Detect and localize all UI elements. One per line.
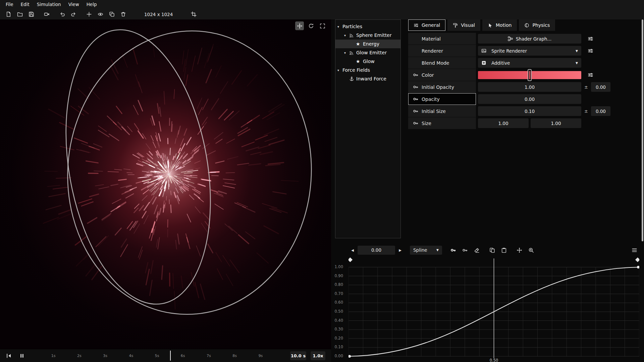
erase-keys-button[interactable] <box>472 246 481 254</box>
menu-item-view[interactable]: View <box>65 0 83 9</box>
key-icon[interactable] <box>413 84 419 90</box>
size-y-input[interactable] <box>531 118 581 128</box>
paste-curve-button[interactable] <box>499 246 508 254</box>
pan-tool-button[interactable] <box>295 21 304 30</box>
timeline-bar[interactable]: 10.0 s 1.0x 1s2s3s4s5s6s7s8s9s <box>0 349 331 362</box>
properties-tabs: General Visual Motion Physics <box>408 19 639 31</box>
curve-time-input[interactable] <box>358 246 395 255</box>
curve-menu-button[interactable] <box>630 246 639 254</box>
expander-icon[interactable]: ▾ <box>337 68 342 72</box>
opacity-label-cell[interactable]: Opacity <box>408 93 476 105</box>
pan-graph-button[interactable] <box>515 246 524 254</box>
duration-button[interactable]: 10.0 s <box>290 351 306 360</box>
pause-button[interactable] <box>17 351 26 360</box>
curve-start-point[interactable] <box>348 355 351 358</box>
expander-icon[interactable]: ▾ <box>337 25 342 28</box>
properties-scrollbar[interactable] <box>642 19 643 241</box>
key-icon[interactable] <box>413 120 419 126</box>
initial-opacity-input[interactable] <box>478 82 581 92</box>
duplicate-button[interactable] <box>107 10 116 19</box>
renderer-options-button[interactable] <box>586 47 594 55</box>
property-row-initial-size: Initial Size ± <box>408 105 639 117</box>
expander-icon[interactable]: ▾ <box>344 34 349 37</box>
save-file-button[interactable] <box>27 10 36 19</box>
timeline-tick: 4s <box>129 354 133 358</box>
key-icon[interactable] <box>413 108 419 114</box>
zoom-graph-button[interactable] <box>527 246 535 254</box>
tab-motion[interactable]: Motion <box>482 19 517 31</box>
trash-icon <box>120 11 126 17</box>
hierarchy-item-glow[interactable]: ★Glow <box>335 57 400 66</box>
key-icon[interactable] <box>413 96 419 102</box>
menu-item-edit[interactable]: Edit <box>17 0 33 9</box>
initial-size-input[interactable] <box>478 106 581 116</box>
add-key-button[interactable] <box>449 246 458 254</box>
copy-curve-button[interactable] <box>488 246 496 254</box>
open-file-button[interactable] <box>15 10 24 19</box>
record-video-button[interactable] <box>42 10 51 19</box>
hierarchy-item-sphere-emitter[interactable]: ▾Sphere Emitter <box>335 31 400 40</box>
curve-y-tick: 0.50 <box>331 309 343 314</box>
hierarchy-item-glow-emitter[interactable]: ▾Glow Emitter <box>335 48 400 57</box>
menubar-items: FileEditSimulationViewHelp <box>2 0 101 9</box>
remove-key-button[interactable] <box>461 246 469 254</box>
menu-item-file[interactable]: File <box>2 0 17 9</box>
fullscreen-button[interactable] <box>318 21 327 30</box>
redo-button[interactable] <box>69 10 78 19</box>
shader-graph-icon <box>508 36 513 41</box>
material-value-button[interactable]: Shader Graph... <box>478 34 581 44</box>
curve-plot[interactable] <box>348 256 639 362</box>
keyframe-diamond[interactable] <box>635 257 639 262</box>
key-icon[interactable] <box>413 72 419 78</box>
size-x-input[interactable] <box>478 118 529 128</box>
tab-general[interactable]: General <box>408 19 445 31</box>
preview-toggle-button[interactable] <box>96 10 105 19</box>
speed-button[interactable]: 1.0x <box>311 351 325 360</box>
viewport[interactable] <box>0 19 331 349</box>
initial-size-variance-input[interactable] <box>591 106 610 116</box>
new-file-button[interactable] <box>4 10 13 19</box>
reset-view-button[interactable] <box>307 21 315 30</box>
hierarchy-item-force-fields[interactable]: ▾Force Fields <box>335 66 400 74</box>
color-gradient-bar[interactable] <box>478 71 581 79</box>
interpolation-dropdown[interactable]: Spline▼ <box>410 246 442 255</box>
next-key-button[interactable]: ▶ <box>397 246 403 254</box>
tab-visual[interactable]: Visual <box>447 19 480 31</box>
undo-button[interactable] <box>58 10 67 19</box>
menu-item-help[interactable]: Help <box>83 0 101 9</box>
hierarchy-item-inward-force[interactable]: Inward Force <box>335 74 400 83</box>
color-options-button[interactable] <box>586 71 594 79</box>
initial-opacity-variance-input[interactable] <box>591 82 610 92</box>
curve-end-point[interactable] <box>637 266 639 268</box>
crop-button[interactable] <box>189 10 198 19</box>
emitter-icon <box>349 50 354 55</box>
expander-icon[interactable]: ▾ <box>344 51 349 55</box>
open-folder-icon <box>17 11 23 17</box>
renderer-label-cell: Renderer <box>408 45 476 57</box>
skip-to-start-button[interactable] <box>4 351 13 360</box>
opacity-input[interactable] <box>478 94 581 104</box>
timeline-playhead[interactable] <box>170 351 171 361</box>
hierarchy-item-particles[interactable]: ▾Particles <box>335 22 400 31</box>
renderer-dropdown[interactable]: Sprite Renderer▼ <box>478 46 581 56</box>
emitter-icon <box>349 33 354 38</box>
sliders-icon <box>588 36 593 42</box>
app-root: FileEditSimulationViewHelp 1024 x 1024 <box>0 0 644 362</box>
property-row-opacity: Opacity <box>408 93 639 105</box>
property-row-renderer: Renderer Sprite Renderer▼ <box>408 45 639 57</box>
blend-mode-dropdown[interactable]: Additive▼ <box>478 58 581 68</box>
tab-physics[interactable]: Physics <box>519 19 555 31</box>
menu-item-simulation[interactable]: Simulation <box>33 0 65 9</box>
add-object-button[interactable] <box>85 10 94 19</box>
tab-label: Physics <box>532 22 550 28</box>
tab-label: General <box>422 22 440 28</box>
delete-button[interactable] <box>119 10 128 19</box>
property-row-initial-opacity: Initial Opacity ± <box>408 81 639 93</box>
prev-key-button[interactable]: ◀ <box>350 246 356 254</box>
keyframe-diamond[interactable] <box>348 257 353 262</box>
color-handle[interactable] <box>528 70 531 80</box>
property-label: Initial Size <box>422 109 446 114</box>
timeline-tick: 1s <box>51 354 56 358</box>
hierarchy-item-energy[interactable]: ★Energy <box>335 40 400 48</box>
material-options-button[interactable] <box>586 35 594 43</box>
